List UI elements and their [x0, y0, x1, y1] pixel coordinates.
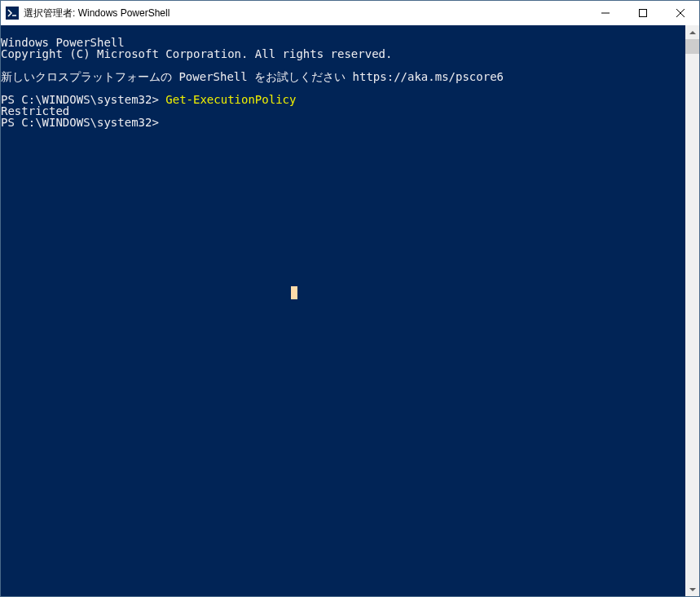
scroll-down-button[interactable] [685, 582, 699, 596]
scroll-track[interactable] [685, 39, 699, 582]
chevron-up-icon [689, 29, 696, 36]
svg-rect-3 [640, 10, 647, 17]
terminal-container: Windows PowerShellCopyright (C) Microsof… [1, 25, 699, 596]
titlebar[interactable]: 選択管理者: Windows PowerShell [1, 1, 699, 25]
selection-cursor [291, 286, 297, 299]
powershell-window: 選択管理者: Windows PowerShell Windo [0, 0, 700, 597]
vertical-scrollbar[interactable] [685, 25, 699, 596]
minimize-button[interactable] [587, 1, 624, 25]
window-controls [587, 1, 699, 25]
terminal-line: 新しいクロスプラットフォームの PowerShell をお試しください http… [1, 71, 685, 82]
window-title: 選択管理者: Windows PowerShell [24, 7, 169, 20]
close-icon [676, 9, 685, 17]
command-text: Get-ExecutionPolicy [165, 93, 296, 106]
maximize-icon [639, 9, 647, 17]
titlebar-left: 選択管理者: Windows PowerShell [1, 7, 169, 20]
terminal-output[interactable]: Windows PowerShellCopyright (C) Microsof… [1, 25, 685, 596]
terminal-line [1, 82, 685, 94]
terminal-command-line: PS C:\WINDOWS\system32> Get-ExecutionPol… [1, 94, 685, 105]
close-button[interactable] [662, 1, 699, 25]
terminal-line: Windows PowerShell [1, 37, 685, 48]
scroll-up-button[interactable] [685, 25, 699, 39]
powershell-icon [6, 7, 19, 20]
minimize-icon [601, 9, 610, 17]
chevron-down-icon [689, 586, 696, 593]
terminal-line: Copyright (C) Microsoft Corporation. All… [1, 48, 685, 60]
terminal-line [1, 60, 685, 71]
maximize-button[interactable] [624, 1, 662, 25]
terminal-output-line: Restricted [1, 105, 685, 117]
terminal-prompt-line: PS C:\WINDOWS\system32> [1, 117, 685, 128]
scroll-thumb[interactable] [685, 39, 699, 54]
